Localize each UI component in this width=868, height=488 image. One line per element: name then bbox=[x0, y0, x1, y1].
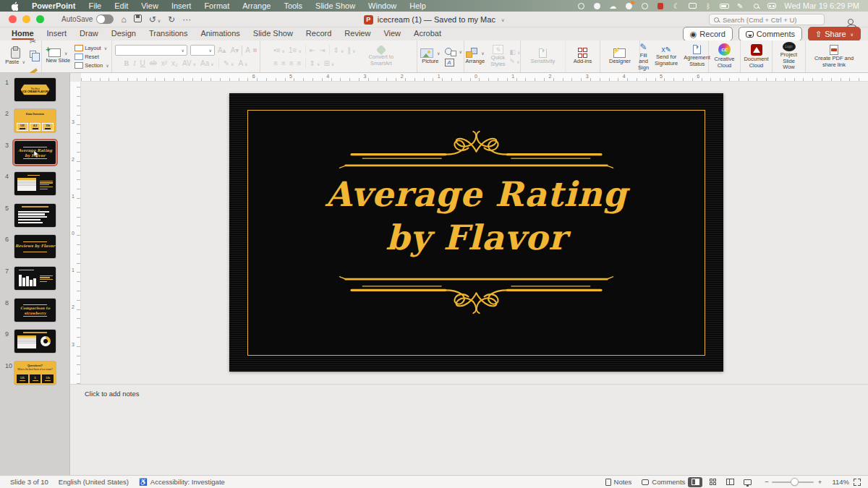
tab-insert[interactable]: Insert bbox=[41, 28, 73, 40]
change-case-icon[interactable]: Aa∨ bbox=[200, 59, 214, 67]
redo-icon[interactable]: ↻ bbox=[168, 14, 175, 25]
section-button[interactable]: Section∨ bbox=[75, 62, 109, 69]
tab-draw[interactable]: Draw bbox=[74, 28, 104, 40]
create-pdf-button[interactable]: Create PDF and share link bbox=[808, 42, 860, 71]
slide-title-line-1[interactable]: Average Rating bbox=[229, 174, 723, 214]
text-direction-icon[interactable]: ⇕∨ bbox=[310, 59, 320, 67]
thumbnail-slide-9[interactable] bbox=[14, 330, 56, 353]
menu-item-format[interactable]: Format bbox=[197, 1, 236, 10]
shape-fill-icon[interactable]: ◧∨ bbox=[510, 48, 521, 56]
zoom-level[interactable]: 114% bbox=[832, 478, 849, 486]
addins-button[interactable]: Add-ins bbox=[572, 42, 593, 71]
normal-view-button[interactable] bbox=[688, 477, 702, 487]
slideshow-view-button[interactable] bbox=[740, 477, 754, 487]
status-circle-icon[interactable] bbox=[575, 1, 587, 10]
menu-item-view[interactable]: View bbox=[135, 1, 165, 10]
comments-button[interactable]: Comments bbox=[739, 27, 802, 41]
notes-pane[interactable]: Click to add notes bbox=[70, 384, 868, 475]
designer-button[interactable]: Designer bbox=[608, 42, 632, 71]
justify-icon[interactable]: ≡ bbox=[297, 59, 302, 67]
menu-item-powerpoint[interactable]: PowerPoint bbox=[25, 1, 82, 10]
arrange-button[interactable]: ∨ Arrange bbox=[464, 42, 486, 71]
fill-and-sign-button[interactable]: ✎ Fill and Sign bbox=[637, 42, 650, 71]
underline-icon[interactable]: U bbox=[140, 59, 145, 67]
home-quick-icon[interactable]: ⌂ bbox=[121, 14, 126, 25]
slide-editor-canvas[interactable]: 6543210123456 3210123 bbox=[70, 73, 868, 384]
cloud-icon[interactable]: ☁ bbox=[607, 1, 618, 10]
search-input[interactable]: Search (Cmd + Ctrl + U) bbox=[709, 14, 825, 25]
keyboard-icon[interactable] bbox=[686, 1, 698, 10]
numbering-icon[interactable]: 1≡∨ bbox=[289, 46, 302, 54]
layout-button[interactable]: Layout∨ bbox=[75, 45, 109, 51]
quick-styles-button[interactable]: ✎ Quick Styles bbox=[489, 42, 506, 71]
convert-smartart-button[interactable]: Convert to SmartArt bbox=[359, 42, 404, 71]
bullets-icon[interactable]: •≡∨ bbox=[273, 46, 285, 54]
spotlight-search-icon[interactable] bbox=[750, 1, 762, 10]
tab-animations[interactable]: Animations bbox=[195, 28, 245, 40]
paste-button[interactable]: Paste ∨ bbox=[4, 42, 27, 71]
battery-icon[interactable] bbox=[718, 1, 730, 10]
menu-item-edit[interactable]: Edit bbox=[108, 1, 135, 10]
thumbnail-slide-3-selected[interactable]: Average Ratingby Flavor bbox=[14, 141, 56, 164]
character-spacing-icon[interactable]: AV∨ bbox=[182, 59, 196, 67]
send-for-signature-button[interactable]: x✎ Send for Signature bbox=[653, 42, 679, 71]
columns-icon[interactable]: ∥∨ bbox=[347, 46, 355, 54]
autosave-toggle[interactable] bbox=[96, 14, 114, 24]
textbox-button[interactable]: A bbox=[445, 59, 462, 67]
thumbnail-slide-4[interactable] bbox=[14, 172, 56, 195]
strikethrough-icon[interactable]: ab bbox=[150, 59, 157, 67]
tab-transitions[interactable]: Transitions bbox=[143, 28, 193, 40]
clear-formatting-icon[interactable]: A bbox=[245, 46, 257, 54]
share-presence-icon[interactable] bbox=[848, 14, 858, 25]
tab-design[interactable]: Design bbox=[106, 28, 142, 40]
thumbnail-slide-6[interactable]: Reviews by Flavor bbox=[14, 235, 56, 258]
thumbnail-slide-7[interactable] bbox=[14, 267, 56, 290]
share-button[interactable]: ⇧ Share ∨ bbox=[808, 27, 861, 41]
comments-toggle-button[interactable]: Comments bbox=[642, 478, 685, 486]
thumbnail-slide-1[interactable]: The BestICE CREAM FLAVOR bbox=[14, 78, 56, 101]
notes-toggle-button[interactable]: Notes bbox=[605, 478, 632, 486]
menu-item-arrange[interactable]: Arrange bbox=[236, 1, 277, 10]
font-color-icon[interactable]: A∨ bbox=[238, 59, 247, 67]
wifi-alert-icon[interactable] bbox=[623, 1, 634, 10]
menu-item-tools[interactable]: Tools bbox=[277, 1, 309, 10]
cut-icon[interactable]: ✂ bbox=[30, 38, 38, 46]
control-center-icon[interactable] bbox=[766, 1, 778, 10]
moon-icon[interactable]: ☾ bbox=[671, 1, 682, 10]
new-slide-button[interactable]: +∨ New Slide bbox=[44, 42, 72, 71]
decrease-font-icon[interactable]: A▾ bbox=[231, 46, 239, 54]
more-commands-icon[interactable]: ··· bbox=[182, 14, 191, 25]
accessibility-status[interactable]: ♿ Accessibility: Investigate bbox=[139, 478, 225, 486]
close-window-button[interactable] bbox=[9, 15, 17, 23]
font-size-select[interactable]: ∨ bbox=[190, 45, 215, 56]
menu-item-insert[interactable]: Insert bbox=[165, 1, 198, 10]
align-left-icon[interactable]: ≡ bbox=[273, 59, 278, 67]
shape-outline-icon[interactable]: ✎∨ bbox=[510, 58, 521, 65]
thumbnail-slide-2[interactable]: Data Overview 125 4.2 15k bbox=[14, 109, 56, 132]
font-name-select[interactable]: ∨ bbox=[115, 45, 187, 56]
align-center-icon[interactable]: ≡ bbox=[281, 59, 286, 67]
bold-icon[interactable]: B bbox=[124, 59, 129, 67]
slide-title-line-2[interactable]: by Flavor bbox=[229, 218, 723, 257]
zoom-slider[interactable] bbox=[772, 481, 814, 483]
menu-item-file[interactable]: File bbox=[82, 1, 109, 10]
zoom-in-button[interactable]: + bbox=[818, 478, 822, 486]
highlight-icon[interactable]: ✎∨ bbox=[224, 59, 234, 67]
thumbnail-slide-5[interactable] bbox=[14, 204, 56, 227]
align-right-icon[interactable]: ≡ bbox=[289, 59, 294, 67]
pencil-menu-icon[interactable]: ✎ bbox=[734, 1, 746, 10]
tab-record[interactable]: Record bbox=[300, 28, 337, 40]
document-cloud-button[interactable]: Document Cloud bbox=[742, 42, 770, 71]
language-indicator[interactable]: English (United States) bbox=[59, 478, 129, 486]
superscript-icon[interactable]: x² bbox=[161, 59, 167, 67]
line-spacing-icon[interactable]: ⇕∨ bbox=[333, 46, 344, 54]
zoom-slider-knob[interactable] bbox=[791, 478, 799, 486]
copy-icon[interactable] bbox=[30, 48, 38, 61]
undo-icon[interactable]: ↺∨ bbox=[149, 14, 161, 25]
menu-item-window[interactable]: Window bbox=[362, 1, 403, 10]
project-slide-wow-button[interactable]: Logo Project Slide Wow bbox=[775, 42, 803, 71]
zoom-out-button[interactable]: − bbox=[765, 478, 769, 486]
slide-sorter-view-button[interactable] bbox=[705, 477, 720, 487]
increase-font-icon[interactable]: A▴ bbox=[218, 46, 226, 54]
increase-indent-icon[interactable]: ⇥ bbox=[319, 46, 325, 54]
